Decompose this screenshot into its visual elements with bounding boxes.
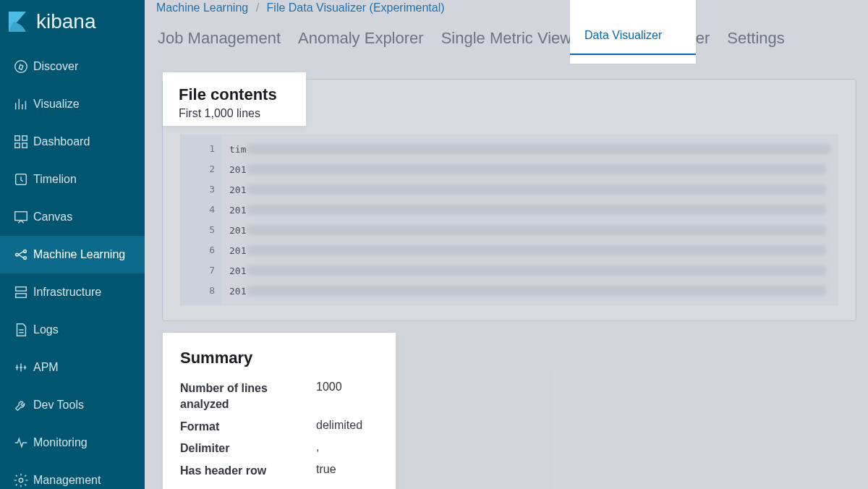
sidebar: kibana DiscoverVisualizeDashboardTimelio… (0, 0, 145, 489)
sidebar-item-dashboard[interactable]: Dashboard (0, 123, 145, 161)
nav-list: DiscoverVisualizeDashboardTimelionCanvas… (0, 48, 145, 489)
line-number: 3 (184, 179, 215, 200)
timelion-icon (9, 171, 33, 187)
tab-settings[interactable]: Settings (726, 26, 786, 61)
visualize-icon (9, 96, 33, 112)
tab-bar: Job ManagementAnomaly ExplorerSingle Met… (145, 14, 868, 61)
sidebar-item-label: Infrastructure (33, 286, 136, 299)
summary-row: Delimiter, (180, 441, 378, 456)
summary-value: , (316, 441, 378, 456)
breadcrumb-sep: / (256, 1, 259, 14)
brand-name: kibana (36, 10, 96, 33)
sidebar-item-label: Dev Tools (33, 399, 136, 412)
logs-icon (9, 322, 33, 338)
file-preview-code: 12345678 tim201201201201201201201 (180, 135, 838, 305)
sidebar-item-discover[interactable]: Discover (0, 48, 145, 85)
sidebar-item-monitoring[interactable]: Monitoring (0, 424, 145, 462)
svg-rect-6 (15, 212, 27, 221)
sidebar-item-timelion[interactable]: Timelion (0, 161, 145, 198)
code-line: 201 (229, 159, 831, 179)
svg-rect-11 (16, 294, 27, 298)
file-contents-subtitle: First 1,000 lines (179, 107, 290, 120)
svg-rect-1 (15, 136, 20, 140)
summary-key: Has header row (180, 463, 316, 479)
canvas-icon (9, 209, 33, 225)
tab-job-management[interactable]: Job Management (156, 26, 282, 61)
summary-key: Format (180, 419, 316, 435)
sidebar-item-label: Timelion (33, 173, 136, 186)
sidebar-item-label: Canvas (33, 211, 136, 224)
main-area: Machine Learning / File Data Visualizer … (145, 0, 868, 489)
management-icon (9, 472, 33, 488)
svg-rect-3 (15, 143, 20, 148)
summary-value: 1000 (316, 380, 378, 413)
summary-panel: Summary Number of lines analyzed1000Form… (163, 333, 396, 489)
sidebar-item-label: Monitoring (33, 436, 136, 449)
summary-row: Number of lines analyzed1000 (180, 380, 378, 413)
tab-single-metric-viewer[interactable]: Single Metric Viewer (440, 26, 587, 61)
sidebar-item-management[interactable]: Management (0, 462, 145, 489)
line-number: 1 (184, 139, 215, 159)
infrastructure-icon (9, 284, 33, 300)
line-number: 7 (184, 260, 215, 281)
kibana-logo-icon (4, 9, 30, 35)
logo[interactable]: kibana (0, 0, 145, 48)
code-line: 201 (229, 281, 831, 301)
sidebar-item-logs[interactable]: Logs (0, 311, 145, 349)
line-number: 6 (184, 240, 215, 260)
file-contents-title: File contents (179, 85, 290, 104)
sidebar-item-apm[interactable]: APM (0, 349, 145, 386)
breadcrumb-root[interactable]: Machine Learning (156, 1, 248, 14)
sidebar-item-dev-tools[interactable]: Dev Tools (0, 386, 145, 424)
apm-icon (9, 360, 33, 375)
summary-title: Summary (180, 349, 378, 367)
dev-tools-icon (9, 397, 33, 413)
breadcrumb-current[interactable]: File Data Visualizer (Experimental) (267, 1, 445, 14)
sidebar-item-label: Visualize (33, 98, 136, 111)
line-number: 8 (184, 281, 215, 301)
line-number: 2 (184, 159, 215, 179)
tab-data-visualizer-highlight[interactable]: Data Visualizer (570, 22, 696, 55)
svg-point-8 (24, 250, 27, 253)
code-line: 201 (229, 220, 831, 240)
machine-learning-icon (9, 247, 33, 263)
sidebar-item-label: Dashboard (33, 135, 136, 148)
summary-row: Has header rowtrue (180, 463, 378, 479)
sidebar-item-label: Logs (33, 323, 136, 336)
svg-rect-10 (16, 287, 27, 292)
svg-point-7 (16, 253, 19, 256)
svg-rect-4 (22, 143, 27, 148)
sidebar-item-machine-learning[interactable]: Machine Learning (0, 236, 145, 273)
sidebar-item-visualize[interactable]: Visualize (0, 85, 145, 123)
svg-point-12 (19, 478, 23, 482)
sidebar-item-label: APM (33, 361, 136, 374)
summary-key: Number of lines analyzed (180, 380, 316, 413)
summary-value: true (316, 463, 378, 479)
code-line: 201 (229, 240, 831, 260)
sidebar-item-infrastructure[interactable]: Infrastructure (0, 273, 145, 311)
sidebar-item-canvas[interactable]: Canvas (0, 198, 145, 236)
code-line: tim (229, 139, 831, 159)
svg-rect-2 (22, 136, 27, 140)
code-line: 201 (229, 260, 831, 281)
line-number: 4 (184, 200, 215, 220)
line-number: 5 (184, 220, 215, 240)
code-line: 201 (229, 179, 831, 200)
summary-value: delimited (316, 419, 378, 435)
summary-key: Delimiter (180, 441, 316, 456)
breadcrumb: Machine Learning / File Data Visualizer … (145, 0, 868, 14)
summary-row: Formatdelimited (180, 419, 378, 435)
monitoring-icon (9, 435, 33, 451)
svg-point-9 (24, 257, 27, 260)
dashboard-icon (9, 134, 33, 150)
sidebar-item-label: Discover (33, 60, 136, 73)
sidebar-item-label: Management (33, 474, 136, 487)
discover-icon (9, 59, 33, 75)
code-line: 201 (229, 200, 831, 220)
svg-point-0 (15, 61, 27, 73)
sidebar-item-label: Machine Learning (33, 248, 136, 261)
tab-anomaly-explorer[interactable]: Anomaly Explorer (297, 26, 425, 61)
